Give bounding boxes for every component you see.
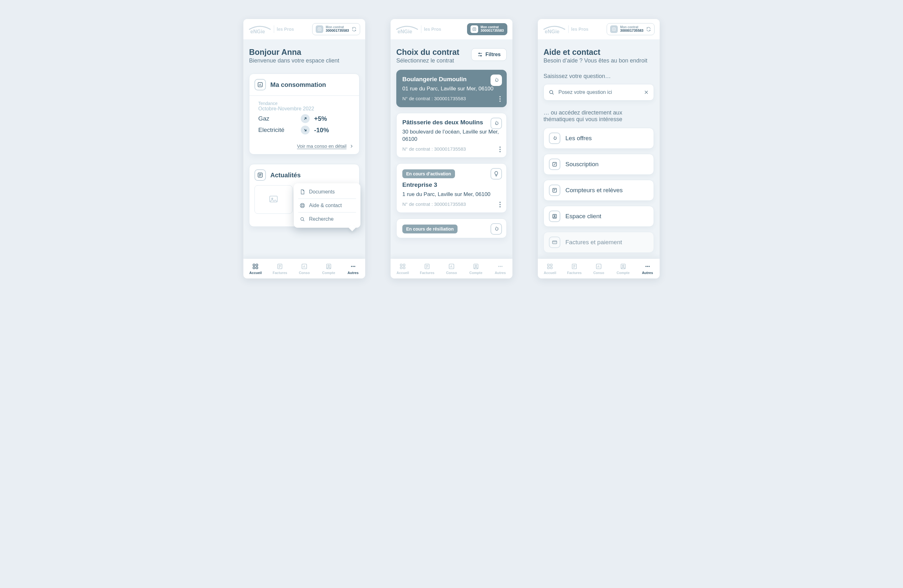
document-icon: [299, 189, 305, 195]
nav-conso[interactable]: Conso: [587, 259, 611, 278]
grid-icon: [252, 263, 259, 270]
nav-autres[interactable]: Autres: [341, 259, 365, 278]
nav-compte[interactable]: Compte: [316, 259, 341, 278]
popup-recherche[interactable]: Recherche: [294, 212, 360, 226]
nav-accueil[interactable]: Accueil: [538, 259, 562, 278]
kebab-icon[interactable]: [499, 146, 501, 152]
nav-accueil[interactable]: Accueil: [390, 259, 415, 278]
filters-button[interactable]: Filtres: [471, 48, 507, 61]
contract-chip[interactable]: Mon contrat300001735583: [607, 23, 654, 35]
screen-contrats: eNGie les Pros Mon contrat 300001735583 …: [390, 19, 513, 278]
svg-rect-39: [553, 189, 557, 192]
edit-icon: [549, 159, 560, 170]
user-icon: [549, 211, 560, 222]
nav-factures[interactable]: Factures: [415, 259, 439, 278]
contract-card[interactable]: Pâtisserie des deux Moulins 30 boulevard…: [396, 113, 507, 158]
svg-point-41: [554, 215, 555, 217]
nav-conso[interactable]: Conso: [292, 259, 317, 278]
svg-point-37: [549, 90, 553, 94]
contract-chip-icon: [470, 25, 478, 33]
bottom-nav: Accueil Factures Conso Compte Autres: [243, 259, 365, 278]
svg-point-22: [479, 53, 480, 54]
nav-autres[interactable]: Autres: [635, 259, 660, 278]
svg-rect-26: [400, 267, 402, 269]
refresh-icon[interactable]: [646, 27, 651, 32]
flame-icon: [491, 74, 502, 86]
contract-card-partial[interactable]: En cours de résiliation: [396, 219, 507, 238]
refresh-icon[interactable]: [352, 27, 357, 32]
nav-compte[interactable]: Compte: [464, 259, 488, 278]
flame-icon: [491, 223, 502, 235]
nav-autres[interactable]: Autres: [488, 259, 513, 278]
nav-accueil[interactable]: Accueil: [243, 259, 268, 278]
svg-point-17: [351, 266, 352, 267]
contract-chip-active[interactable]: Mon contrat 300001735583: [467, 23, 507, 35]
search-input[interactable]: Posez votre question ici: [544, 84, 654, 101]
svg-rect-24: [400, 264, 402, 266]
nav-factures[interactable]: Factures: [562, 259, 587, 278]
svg-point-23: [480, 55, 481, 56]
conso-row-gaz: Gaz +5%: [255, 112, 354, 123]
greeting: Bonjour Anna: [249, 47, 359, 57]
svg-text:eNGie: eNGie: [398, 29, 412, 34]
nav-factures[interactable]: Factures: [268, 259, 292, 278]
contract-chip-icon: [316, 25, 323, 33]
topbar: eNGie les Pros Mon contrat 300001735583: [243, 19, 365, 39]
flame-icon: [549, 132, 560, 144]
topic-compteurs[interactable]: Compteurs et relèves: [544, 180, 654, 201]
lifebuoy-icon: [299, 203, 305, 208]
status-pill: En cours d’activation: [402, 169, 455, 178]
contract-card-selected[interactable]: Boulangerie Dumoulin 01 rue du Parc, Lav…: [396, 70, 507, 107]
consumption-title: Ma consommation: [270, 81, 326, 88]
bar-chart-icon: [255, 79, 266, 90]
more-icon: [350, 263, 356, 270]
clear-icon[interactable]: [643, 90, 649, 95]
kebab-icon[interactable]: [499, 202, 501, 208]
svg-point-53: [648, 266, 650, 267]
screen-aide: eNGie les Pros Mon contrat300001735583 A…: [538, 19, 660, 278]
popup-aide[interactable]: Aide & contact: [294, 199, 360, 212]
contract-chip[interactable]: Mon contrat 300001735583: [312, 23, 360, 35]
svg-rect-44: [551, 264, 552, 266]
svg-point-18: [352, 266, 354, 267]
kebab-icon[interactable]: [499, 96, 501, 102]
popup-documents[interactable]: Documents: [294, 185, 360, 198]
svg-rect-46: [551, 267, 552, 269]
svg-rect-9: [253, 264, 255, 266]
brand-suffix: les Pros: [424, 27, 441, 32]
heading: Choix du contrat: [396, 47, 459, 57]
prompt-question: Saisissez votre question…: [544, 73, 654, 80]
consumption-card[interactable]: Ma consommation Tendance Octobre-Novembr…: [249, 74, 359, 154]
svg-rect-45: [547, 267, 549, 269]
topic-offres[interactable]: Les offres: [544, 128, 654, 149]
svg-point-7: [301, 204, 303, 206]
engie-logo-icon: eNGie: [396, 24, 418, 34]
svg-text:eNGie: eNGie: [545, 29, 559, 34]
brand-logo: eNGie les Pros: [249, 24, 294, 34]
svg-point-31: [475, 265, 477, 266]
engie-logo-icon: eNGie: [543, 24, 566, 34]
conso-detail-link[interactable]: Voir ma conso en détail: [255, 143, 354, 149]
arrow-up-right-icon: [301, 114, 310, 123]
svg-point-51: [645, 266, 646, 267]
flame-icon: [491, 118, 502, 129]
screen-accueil: eNGie les Pros Mon contrat 300001735583 …: [243, 19, 365, 278]
autres-popup: Documents Aide & contact Recherche: [294, 183, 360, 228]
bulb-icon: [491, 168, 502, 179]
topic-souscription[interactable]: Souscription: [544, 154, 654, 175]
topic-factures[interactable]: Factures et paiement: [544, 232, 654, 253]
news-card[interactable]: Actualités Documents Aide & contact: [249, 164, 359, 227]
prompt-topics: … ou accédez directement aux thématiques…: [544, 109, 654, 123]
brand-suffix: les Pros: [571, 27, 588, 32]
image-placeholder-icon: [255, 185, 293, 214]
nav-conso[interactable]: Conso: [439, 259, 464, 278]
arrow-down-right-icon: [301, 126, 310, 134]
contract-chip-icon: [610, 25, 618, 33]
news-title: Actualités: [270, 171, 301, 179]
svg-rect-25: [403, 264, 405, 266]
tendance-label: Tendance: [255, 101, 354, 106]
chart-icon: [301, 263, 307, 270]
nav-compte[interactable]: Compte: [611, 259, 635, 278]
topic-espace-client[interactable]: Espace client: [544, 206, 654, 227]
contract-card[interactable]: En cours d’activation Entreprise 3 1 rue…: [396, 164, 507, 213]
